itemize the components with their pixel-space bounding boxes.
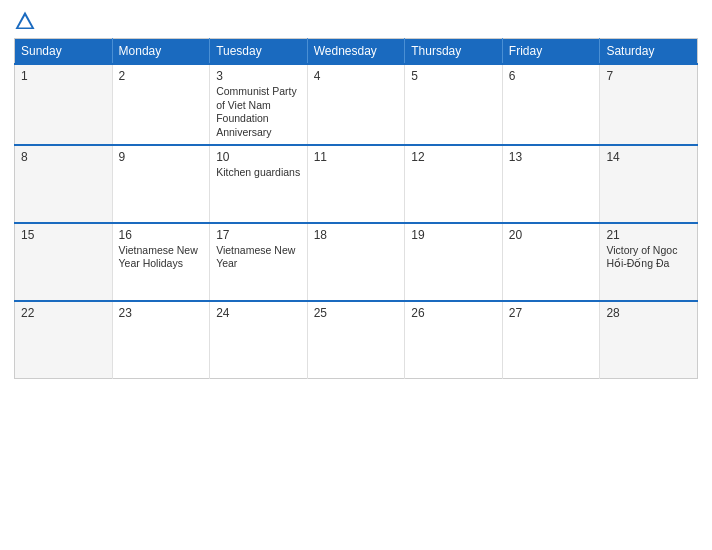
day-number: 6 (509, 69, 594, 83)
week-row-1: 123Communist Party of Viet Nam Foundatio… (15, 64, 698, 145)
day-number: 28 (606, 306, 691, 320)
calendar-cell: 8 (15, 145, 113, 223)
day-number: 1 (21, 69, 106, 83)
calendar-cell: 21Victory of Ngoc Hồi-Đống Đa (600, 223, 698, 301)
logo (14, 10, 40, 32)
day-number: 17 (216, 228, 301, 242)
week-row-3: 1516Vietnamese New Year Holidays17Vietna… (15, 223, 698, 301)
calendar-cell: 15 (15, 223, 113, 301)
header (14, 10, 698, 32)
calendar-cell: 9 (112, 145, 210, 223)
event-label: Kitchen guardians (216, 166, 301, 180)
days-row: SundayMondayTuesdayWednesdayThursdayFrid… (15, 39, 698, 65)
day-number: 22 (21, 306, 106, 320)
calendar-table: SundayMondayTuesdayWednesdayThursdayFrid… (14, 38, 698, 379)
page: SundayMondayTuesdayWednesdayThursdayFrid… (0, 0, 712, 550)
day-number: 13 (509, 150, 594, 164)
calendar-cell: 20 (502, 223, 600, 301)
event-label: Vietnamese New Year (216, 244, 301, 271)
calendar-cell: 13 (502, 145, 600, 223)
col-header-thursday: Thursday (405, 39, 503, 65)
week-row-4: 22232425262728 (15, 301, 698, 379)
day-number: 19 (411, 228, 496, 242)
calendar-cell: 27 (502, 301, 600, 379)
event-label: Communist Party of Viet Nam Foundation A… (216, 85, 301, 140)
event-label: Victory of Ngoc Hồi-Đống Đa (606, 244, 691, 271)
day-number: 25 (314, 306, 399, 320)
calendar-cell: 24 (210, 301, 308, 379)
calendar-cell: 6 (502, 64, 600, 145)
day-number: 27 (509, 306, 594, 320)
event-label: Vietnamese New Year Holidays (119, 244, 204, 271)
calendar-cell: 2 (112, 64, 210, 145)
day-number: 24 (216, 306, 301, 320)
col-header-monday: Monday (112, 39, 210, 65)
logo-icon (14, 10, 36, 32)
day-number: 3 (216, 69, 301, 83)
calendar-cell: 11 (307, 145, 405, 223)
day-number: 16 (119, 228, 204, 242)
col-header-tuesday: Tuesday (210, 39, 308, 65)
day-number: 7 (606, 69, 691, 83)
calendar-cell: 23 (112, 301, 210, 379)
calendar-cell: 7 (600, 64, 698, 145)
day-number: 21 (606, 228, 691, 242)
calendar-cell: 5 (405, 64, 503, 145)
day-number: 8 (21, 150, 106, 164)
day-number: 20 (509, 228, 594, 242)
calendar-cell: 17Vietnamese New Year (210, 223, 308, 301)
week-row-2: 8910Kitchen guardians11121314 (15, 145, 698, 223)
calendar-cell: 22 (15, 301, 113, 379)
day-number: 10 (216, 150, 301, 164)
calendar-cell: 4 (307, 64, 405, 145)
calendar-body: 123Communist Party of Viet Nam Foundatio… (15, 64, 698, 379)
calendar-header: SundayMondayTuesdayWednesdayThursdayFrid… (15, 39, 698, 65)
calendar-cell: 26 (405, 301, 503, 379)
calendar-cell: 12 (405, 145, 503, 223)
day-number: 9 (119, 150, 204, 164)
col-header-sunday: Sunday (15, 39, 113, 65)
day-number: 2 (119, 69, 204, 83)
col-header-friday: Friday (502, 39, 600, 65)
calendar-cell: 14 (600, 145, 698, 223)
day-number: 15 (21, 228, 106, 242)
day-number: 5 (411, 69, 496, 83)
day-number: 18 (314, 228, 399, 242)
day-number: 12 (411, 150, 496, 164)
day-number: 23 (119, 306, 204, 320)
calendar-cell: 18 (307, 223, 405, 301)
day-number: 14 (606, 150, 691, 164)
day-number: 11 (314, 150, 399, 164)
calendar-cell: 3Communist Party of Viet Nam Foundation … (210, 64, 308, 145)
calendar-cell: 10Kitchen guardians (210, 145, 308, 223)
col-header-saturday: Saturday (600, 39, 698, 65)
calendar-cell: 25 (307, 301, 405, 379)
calendar-cell: 16Vietnamese New Year Holidays (112, 223, 210, 301)
calendar-cell: 19 (405, 223, 503, 301)
col-header-wednesday: Wednesday (307, 39, 405, 65)
day-number: 4 (314, 69, 399, 83)
day-number: 26 (411, 306, 496, 320)
calendar-cell: 1 (15, 64, 113, 145)
calendar-cell: 28 (600, 301, 698, 379)
